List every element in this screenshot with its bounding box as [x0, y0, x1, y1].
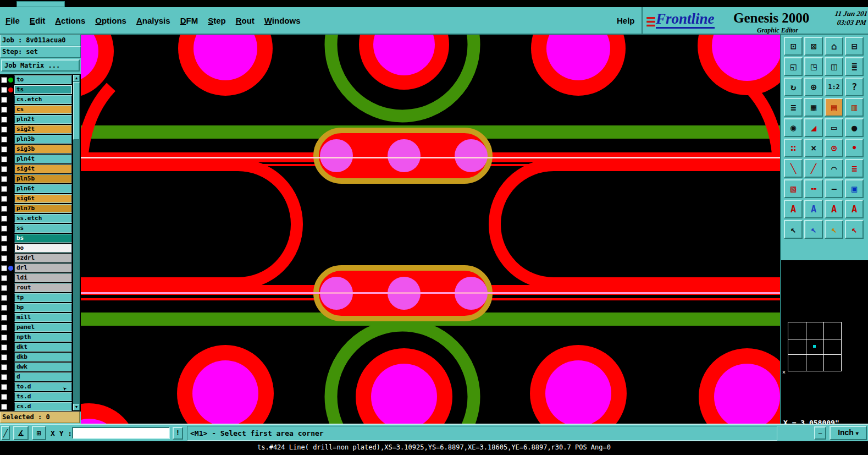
layer-scrollbar[interactable]: [73, 75, 80, 410]
layer-row-tp[interactable]: tp: [0, 293, 72, 303]
window-screen-icon[interactable]: ⊟: [845, 37, 864, 56]
layer-checkbox[interactable]: [1, 325, 7, 331]
traces-icon[interactable]: ≡: [845, 159, 864, 178]
layer-row-cs.etch[interactable]: cs.etch: [0, 95, 72, 105]
layer-row-ss[interactable]: ss: [0, 223, 72, 233]
layer-checkbox[interactable]: [1, 196, 7, 202]
units-mini-button[interactable]: –: [814, 426, 826, 440]
layer-row-ldi[interactable]: ldi: [0, 273, 72, 283]
layer-row-cs[interactable]: cs: [0, 105, 72, 114]
layer-name[interactable]: bs: [14, 234, 72, 243]
layer-name[interactable]: d: [14, 372, 72, 381]
layer-checkbox[interactable]: [1, 404, 7, 410]
select-inside-icon[interactable]: ↖: [804, 220, 823, 239]
layer-checkbox[interactable]: [1, 107, 7, 113]
layer-checkbox[interactable]: [1, 305, 7, 311]
layer-row-ss.etch[interactable]: ss.etch: [0, 213, 72, 223]
layer-name[interactable]: tp: [14, 293, 72, 302]
layer-row-pln3b[interactable]: pln3b: [0, 134, 72, 144]
layer-checkbox[interactable]: [1, 156, 7, 162]
layer-row-ts[interactable]: ts: [0, 85, 72, 95]
layer-checkbox[interactable]: [1, 87, 7, 93]
window-left-icon[interactable]: ⊡: [784, 37, 803, 56]
tile-grid-icon[interactable]: ▦: [804, 98, 823, 117]
window-right-icon[interactable]: ⊠: [804, 37, 823, 56]
line-45-icon[interactable]: ╲: [784, 159, 803, 178]
window-list-icon[interactable]: ≣: [845, 57, 864, 76]
text-add-icon[interactable]: A: [784, 200, 803, 218]
layer-checkbox[interactable]: [1, 117, 7, 123]
layer-checkbox[interactable]: [1, 315, 7, 321]
text-outline-icon[interactable]: A: [804, 200, 823, 218]
layer-table-icon[interactable]: ▥: [845, 98, 864, 117]
diagonal-tool-button[interactable]: ╱: [1, 426, 10, 440]
layer-name[interactable]: dkb: [14, 353, 72, 361]
menu-options[interactable]: Options: [95, 16, 126, 25]
delete-icon[interactable]: ×: [804, 139, 823, 157]
layer-name[interactable]: rout: [14, 283, 72, 292]
layer-name[interactable]: sig4t: [14, 165, 72, 173]
layer-checkbox[interactable]: [1, 206, 7, 212]
minimized-window[interactable]: [16, 1, 65, 7]
layer-name[interactable]: npth: [14, 333, 72, 342]
menu-analysis[interactable]: Analysis: [136, 16, 170, 25]
surface-tool-icon[interactable]: ▧: [784, 179, 803, 198]
select-arrow-icon[interactable]: ↖: [784, 220, 803, 239]
filled-circle-icon[interactable]: ●: [845, 118, 864, 137]
layer-row-rout[interactable]: rout: [0, 283, 72, 293]
pcb-canvas[interactable]: [81, 35, 780, 424]
layer-row-cs.d[interactable]: cs.d: [0, 402, 72, 412]
navigator-overview[interactable]: [788, 322, 842, 371]
xy-input[interactable]: [72, 427, 170, 439]
alert-button[interactable]: !: [173, 427, 183, 440]
layer-checkbox[interactable]: [1, 285, 7, 291]
layer-name[interactable]: panel: [14, 323, 72, 332]
layer-checkbox[interactable]: [1, 146, 7, 152]
layer-checkbox[interactable]: [1, 186, 7, 192]
layer-row-sig3b[interactable]: sig3b: [0, 144, 72, 154]
text-small-icon[interactable]: A: [845, 200, 864, 218]
layer-row-sig6t[interactable]: sig6t: [0, 194, 72, 204]
layer-checkbox[interactable]: [1, 97, 7, 103]
layer-row-to[interactable]: to: [0, 75, 72, 85]
layer-checkbox[interactable]: [1, 166, 7, 172]
layer-name[interactable]: dkt: [14, 343, 72, 352]
net-points-icon[interactable]: ∷: [784, 139, 803, 157]
layer-checkbox[interactable]: [1, 354, 7, 360]
layer-checkbox[interactable]: [1, 374, 7, 380]
menu-file[interactable]: File: [5, 16, 20, 25]
layer-checkbox[interactable]: [1, 344, 7, 350]
layer-row-dkb[interactable]: dkb: [0, 352, 72, 362]
layer-row-pln6t[interactable]: pln6t: [0, 184, 72, 194]
wedge-tool-icon[interactable]: ◢: [804, 118, 823, 137]
job-matrix-button[interactable]: Job Matrix ...: [1, 59, 80, 72]
menu-rout[interactable]: Rout: [236, 16, 255, 25]
layer-checkbox[interactable]: [1, 384, 7, 390]
layer-row-pln5b[interactable]: pln5b: [0, 174, 72, 184]
layer-name[interactable]: pln4t: [14, 155, 72, 163]
layer-name[interactable]: cs.d: [14, 402, 72, 411]
layer-checkbox[interactable]: [1, 275, 7, 281]
layer-row-drl[interactable]: drl: [0, 263, 72, 273]
layer-checkbox[interactable]: [1, 176, 7, 182]
layer-row-dwk[interactable]: dwk: [0, 362, 72, 372]
scrollbar-thumb[interactable]: [73, 82, 80, 140]
menu-dfm[interactable]: DFM: [180, 16, 198, 25]
layer-name[interactable]: dwk: [14, 363, 72, 371]
pad-tool-icon[interactable]: ◉: [784, 118, 803, 137]
clipboard-icon[interactable]: ≡: [784, 98, 803, 117]
layer-name[interactable]: sig6t: [14, 194, 72, 203]
align-pads-icon[interactable]: ▣: [845, 179, 864, 198]
layer-name[interactable]: szdrl: [14, 254, 72, 262]
break-line-icon[interactable]: −: [825, 179, 843, 198]
layer-row-pln4t[interactable]: pln4t: [0, 154, 72, 164]
window-in-icon[interactable]: ◱: [784, 57, 803, 76]
layer-checkbox[interactable]: [1, 226, 7, 232]
menu-edit[interactable]: Edit: [30, 16, 45, 25]
window-swap-icon[interactable]: ◫: [825, 57, 843, 76]
layer-checkbox[interactable]: [1, 136, 7, 142]
layer-row-mill[interactable]: mill: [0, 313, 72, 322]
layer-name[interactable]: cs: [14, 105, 72, 114]
layer-checkbox[interactable]: [1, 394, 7, 400]
window-out-icon[interactable]: ◳: [804, 57, 823, 76]
